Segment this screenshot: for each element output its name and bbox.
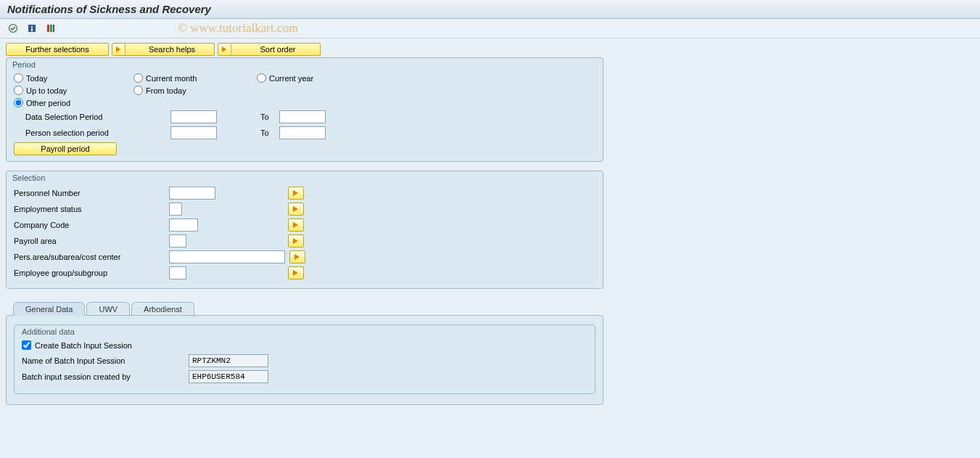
person-selection-to-input[interactable] (279, 126, 326, 139)
radio-other-period[interactable] (14, 98, 23, 107)
multiple-selection-button[interactable] (288, 187, 304, 200)
tab-panel-general: Additional data Create Batch Input Sessi… (6, 315, 604, 405)
data-selection-from-input[interactable] (170, 110, 217, 123)
label-up-to-today: Up to today (26, 86, 67, 95)
svg-rect-3 (31, 28, 33, 31)
radio-current-month[interactable] (133, 73, 143, 83)
arrow-right-icon (112, 44, 125, 55)
label-other-period: Other period (26, 99, 70, 107)
personnel-number-input[interactable] (169, 187, 215, 200)
sort-order-button[interactable]: Sort order (218, 43, 321, 56)
multiple-selection-button[interactable] (288, 218, 304, 232)
title-bar: Notifications of Sickness and Recovery (0, 0, 980, 19)
period-legend: Period (7, 58, 603, 73)
label-personnel-number: Personnel Number (14, 189, 169, 197)
create-batch-checkbox[interactable] (22, 340, 31, 350)
additional-data-legend: Additional data (22, 325, 588, 340)
tab-arbodienst[interactable]: Arbodienst (131, 302, 194, 316)
tab-uwv[interactable]: UWV (86, 302, 130, 316)
label-employee-group: Employee group/subgroup (14, 269, 169, 277)
svg-rect-4 (47, 25, 49, 32)
search-helps-button[interactable]: Search helps (112, 43, 215, 56)
multiple-selection-button[interactable] (288, 203, 304, 216)
period-group: Period Today Current month Current year (6, 57, 604, 162)
arrow-right-icon (218, 44, 231, 55)
label-company-code: Company Code (14, 221, 169, 229)
watermark: © www.tutorialkart.com (178, 21, 298, 36)
app-toolbar: © www.tutorialkart.com (0, 19, 980, 38)
payroll-period-button[interactable]: Payroll period (14, 142, 117, 155)
label-to: To (260, 113, 279, 121)
pers-area-input[interactable] (169, 250, 285, 263)
label-pers-area: Pers.area/subarea/cost center (14, 253, 169, 261)
radio-current-year[interactable] (257, 73, 266, 83)
data-selection-to-input[interactable] (279, 110, 326, 123)
svg-point-0 (9, 25, 17, 33)
created-by-input[interactable] (189, 370, 268, 383)
tab-general-data[interactable]: General Data (13, 302, 85, 316)
content-area: Further selections Search helps Sort ord… (0, 38, 980, 458)
page-title: Notifications of Sickness and Recovery (7, 3, 211, 15)
multiple-selection-button[interactable] (288, 234, 304, 248)
label-session-name: Name of Batch Input Session (22, 356, 189, 365)
radio-today[interactable] (14, 73, 23, 83)
label-create-batch: Create Batch Input Session (35, 341, 132, 350)
svg-rect-5 (50, 25, 52, 32)
execute-icon[interactable] (6, 21, 20, 36)
radio-from-today[interactable] (133, 86, 143, 95)
company-code-input[interactable] (169, 218, 198, 232)
person-selection-from-input[interactable] (170, 126, 217, 139)
selection-legend: Selection (7, 171, 603, 187)
additional-data-group: Additional data Create Batch Input Sessi… (14, 324, 596, 394)
label-today: Today (26, 74, 47, 83)
label-data-selection-period: Data Selection Period (25, 113, 170, 121)
svg-rect-2 (31, 26, 33, 28)
multiple-selection-button[interactable] (288, 266, 304, 279)
variant-icon[interactable] (44, 21, 58, 36)
label-employment-status: Employment status (14, 205, 169, 213)
selection-group: Selection Personnel Number Employment st… (6, 171, 604, 289)
label-current-month: Current month (146, 74, 197, 83)
payroll-area-input[interactable] (169, 234, 186, 248)
label-current-year: Current year (269, 74, 313, 83)
employment-status-input[interactable] (169, 203, 182, 216)
further-selections-button[interactable]: Further selections (6, 43, 109, 56)
session-name-input[interactable] (189, 354, 268, 367)
radio-up-to-today[interactable] (14, 86, 23, 95)
employee-group-input[interactable] (169, 266, 186, 279)
label-created-by: Batch input session created by (22, 372, 189, 381)
action-button-row: Further selections Search helps Sort ord… (6, 43, 974, 56)
info-icon[interactable] (25, 21, 39, 36)
label-person-selection-period: Person selection period (25, 128, 170, 137)
multiple-selection-button[interactable] (289, 250, 305, 263)
label-from-today: From today (146, 86, 186, 95)
label-to: To (260, 128, 279, 137)
svg-rect-6 (53, 25, 54, 32)
label-payroll-area: Payroll area (14, 237, 169, 245)
tabstrip: General Data UWV Arbodienst Additional d… (6, 302, 604, 406)
